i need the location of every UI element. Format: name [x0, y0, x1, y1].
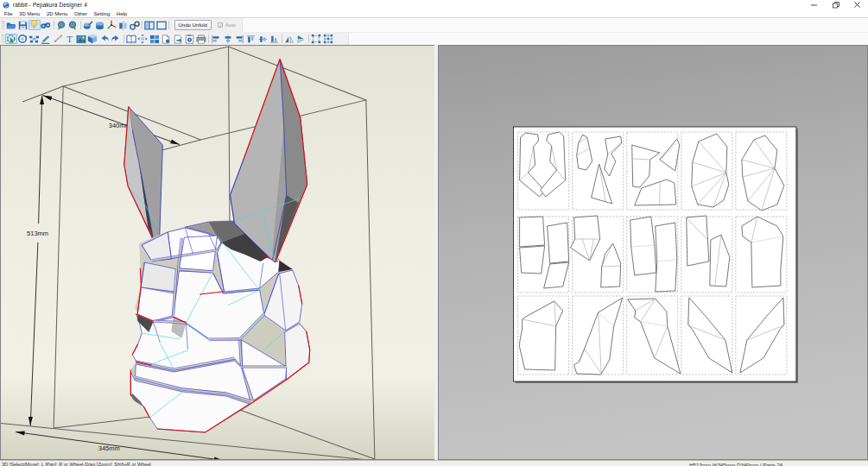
- flip-object-button[interactable]: [117, 20, 130, 30]
- toolbar-separator: [54, 21, 54, 29]
- select-move-button[interactable]: [5, 34, 17, 44]
- menu-other[interactable]: Other: [71, 9, 91, 18]
- arrange-layout-button[interactable]: [149, 34, 161, 44]
- cylinder-pen-icon: [83, 21, 93, 30]
- joint-link-button[interactable]: [129, 20, 141, 30]
- page-icon: [162, 35, 170, 44]
- toolbar-separator: [208, 35, 209, 43]
- auto-checkbox[interactable]: ✓ Auto: [218, 22, 236, 28]
- dimension-width-label: 345mm: [98, 444, 120, 452]
- new-page-button[interactable]: [161, 34, 173, 44]
- window-title: rabbit - Pepakura Designer 4: [13, 0, 87, 9]
- two-pane-layout-button[interactable]: [144, 20, 156, 30]
- edit-solid-button[interactable]: [82, 20, 94, 30]
- align-right-button[interactable]: [234, 34, 246, 44]
- undo-button[interactable]: [98, 34, 111, 44]
- toggle-light-button[interactable]: [29, 20, 41, 30]
- menu-setting[interactable]: Setting: [91, 9, 113, 18]
- rotate-around-button[interactable]: [17, 34, 29, 44]
- auto-checkbox-box: ✓: [218, 22, 224, 28]
- page-arrow-icon: [174, 35, 182, 44]
- undo-unfold-button[interactable]: Undo Unfold: [174, 20, 212, 30]
- open-book-button[interactable]: [125, 34, 137, 44]
- toolbar-separator: [124, 35, 124, 43]
- toolbar-band-main: Undo Unfold ✓ Auto: [0, 18, 243, 32]
- maximize-button[interactable]: [825, 0, 846, 9]
- align-left-icon: [211, 35, 221, 44]
- axis-icon: [106, 20, 117, 30]
- title-bar: rabbit - Pepakura Designer 4: [0, 0, 868, 9]
- select-rotate-icon: [6, 34, 16, 44]
- toolbar-grip[interactable]: [2, 35, 4, 43]
- menu-3d-menu[interactable]: 3D Menu: [16, 9, 43, 18]
- rotate-view-right-button[interactable]: [67, 20, 79, 30]
- save-button[interactable]: [17, 20, 29, 30]
- toolbar-grip[interactable]: [2, 21, 4, 29]
- pattern-select-button[interactable]: [311, 34, 323, 44]
- mirror-horizontal-button[interactable]: [284, 34, 296, 44]
- rotate-view-left-button[interactable]: [55, 20, 67, 30]
- camera-clipboard-icon: [185, 35, 194, 44]
- toolbar-band-2d: T: [0, 33, 349, 45]
- open-folder-icon: [6, 21, 16, 30]
- capture-button[interactable]: [184, 34, 196, 44]
- minimize-button[interactable]: [803, 0, 825, 9]
- dimension-height-label: 513mm: [27, 230, 48, 237]
- printer-icon: [196, 35, 206, 44]
- layout-blocks-icon: [149, 35, 160, 44]
- select-connected-button[interactable]: [29, 34, 41, 44]
- main-area: 340mm 513mm 345mm: [0, 45, 868, 460]
- solid-view-button[interactable]: [94, 20, 106, 30]
- menu-bar: File 3D Menu 2D Menu Other Setting Help: [0, 9, 868, 18]
- redo-button[interactable]: [111, 34, 123, 44]
- close-icon: [854, 2, 860, 8]
- two-pane-icon: [144, 21, 155, 30]
- link-icon: [130, 21, 140, 30]
- insert-text-button[interactable]: T: [64, 34, 76, 44]
- align-center-h-button[interactable]: [222, 34, 234, 44]
- insert-image-button[interactable]: [75, 34, 87, 44]
- view-find-button[interactable]: [41, 20, 53, 30]
- print-button[interactable]: [195, 34, 207, 44]
- align-right-icon: [234, 35, 244, 44]
- menu-file[interactable]: File: [1, 9, 16, 18]
- toolbar-separator: [80, 21, 81, 29]
- align-center-v-button[interactable]: [257, 34, 269, 44]
- toolbar-row-2: T: [0, 32, 868, 45]
- pattern-all-button[interactable]: [322, 34, 334, 44]
- knife-icon: [53, 35, 63, 44]
- rotate-right-icon: [67, 21, 78, 30]
- align-bottom-icon: [269, 35, 279, 44]
- edge-color-button[interactable]: [41, 34, 53, 44]
- open-file-button[interactable]: [5, 20, 17, 30]
- binoculars-icon: [41, 21, 51, 29]
- page-export-button[interactable]: [172, 34, 184, 44]
- status-hint-text: 3D [Select/Move]: L [Pan]: R or Wheel-Dr…: [2, 462, 151, 466]
- single-pane-icon: [156, 21, 167, 30]
- toolbar-separator: [282, 35, 282, 43]
- move-part-button[interactable]: [137, 34, 149, 44]
- mirror-vertical-button[interactable]: [295, 34, 307, 44]
- align-bottom-button[interactable]: [269, 34, 281, 44]
- menu-2d-menu[interactable]: 2D Menu: [43, 9, 71, 18]
- 3d-box-button[interactable]: [87, 34, 99, 44]
- knife-button[interactable]: [52, 34, 64, 44]
- toolbar-row-1: Undo Unfold ✓ Auto: [0, 18, 868, 32]
- auto-checkbox-label: Auto: [225, 22, 236, 28]
- single-pane-layout-button[interactable]: [155, 20, 168, 30]
- toolbar-separator: [308, 35, 309, 43]
- status-dimensions-text: H513mm W345mm D340mm / Parts 24: [689, 462, 782, 466]
- flip-object-icon: [118, 21, 128, 30]
- 2d-view-canvas: [439, 46, 868, 459]
- 3d-view-canvas: 340mm 513mm 345mm: [1, 46, 434, 459]
- rotate-left-icon: [56, 21, 67, 30]
- pepakura-window: rabbit - Pepakura Designer 4 File 3D Men…: [0, 0, 868, 466]
- menu-help[interactable]: Help: [113, 9, 130, 18]
- 3d-viewport[interactable]: 340mm 513mm 345mm: [0, 45, 434, 460]
- 2d-viewport[interactable]: [438, 45, 868, 460]
- align-top-button[interactable]: [245, 34, 257, 44]
- select-parts-icon: [29, 35, 40, 44]
- align-left-button[interactable]: [211, 34, 223, 44]
- close-button[interactable]: [846, 0, 868, 9]
- show-axis-button[interactable]: [105, 20, 117, 30]
